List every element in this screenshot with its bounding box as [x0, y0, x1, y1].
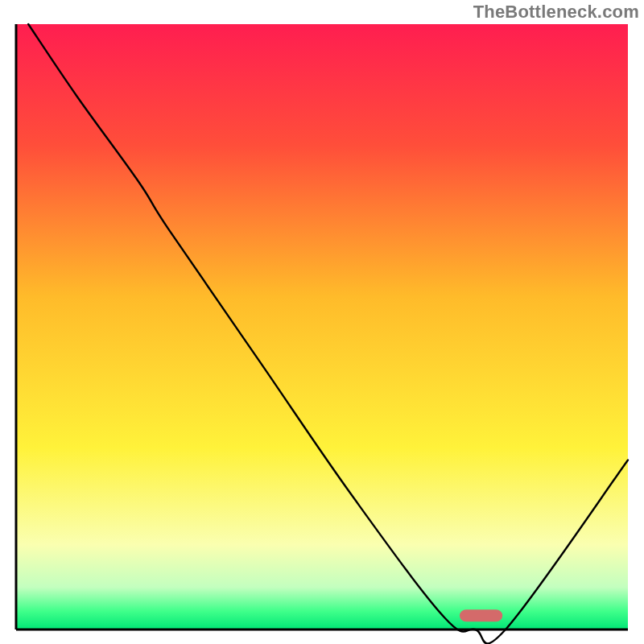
bottleneck-chart [0, 0, 644, 644]
optimal-marker [460, 609, 502, 621]
plot-background [16, 24, 628, 630]
chart-stage: TheBottleneck.com [0, 0, 644, 644]
